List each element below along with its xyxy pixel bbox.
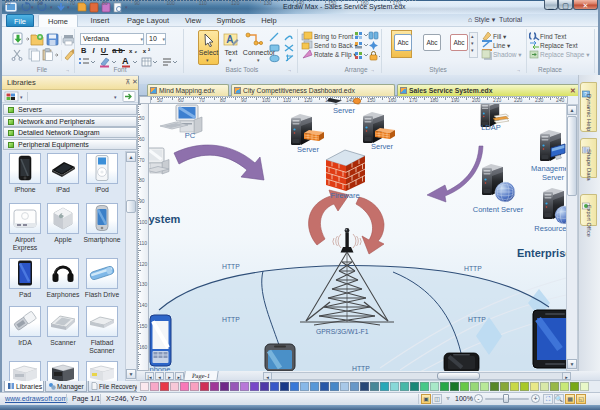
svg-text:▾: ▾ <box>125 4 128 10</box>
svg-text:▾: ▾ <box>50 4 53 10</box>
svg-text:HTTP: HTTP <box>222 263 240 270</box>
svg-text:▾: ▾ <box>114 94 117 100</box>
svg-text:Resource Se: Resource Se <box>534 224 566 233</box>
svg-text:Server: Server <box>371 142 394 151</box>
svg-text:Server: Server <box>297 145 320 154</box>
svg-text:HTTP: HTTP <box>222 316 240 323</box>
svg-text:HTTP: HTTP <box>468 316 486 323</box>
svg-text:Server: Server <box>333 106 356 115</box>
svg-text:▾: ▾ <box>20 94 23 100</box>
svg-text:PC: PC <box>185 131 196 140</box>
svg-text:A: A <box>226 34 233 45</box>
svg-text:LDAP: LDAP <box>481 123 501 132</box>
svg-text:A: A <box>122 56 129 66</box>
svg-text:Content Server: Content Server <box>473 205 524 214</box>
svg-text:GPRS/3G/W1-F1: GPRS/3G/W1-F1 <box>316 328 369 335</box>
svg-text:Enterprise S: Enterprise S <box>517 247 566 259</box>
svg-text:Server: Server <box>542 173 565 182</box>
svg-text:ystem: ystem <box>149 213 181 225</box>
svg-text:Management: Management <box>531 164 566 173</box>
svg-text:▾: ▾ <box>31 4 34 10</box>
svg-text:HTTP: HTTP <box>464 265 482 272</box>
svg-text:Fireware: Fireware <box>330 191 359 200</box>
